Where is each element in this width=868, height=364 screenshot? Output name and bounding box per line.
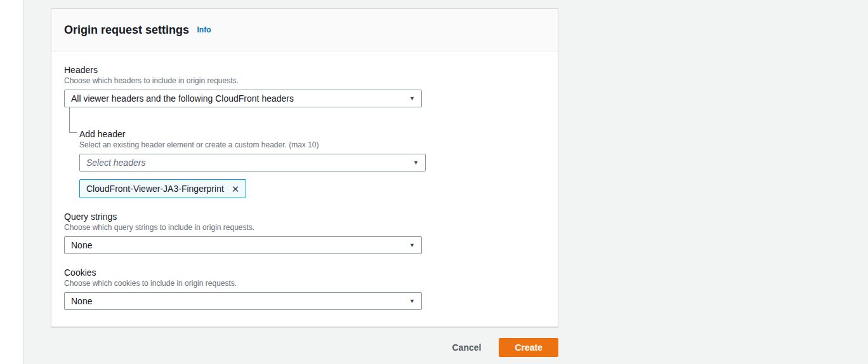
side-nav-panel-edge: [0, 0, 24, 364]
caret-down-icon: ▼: [409, 242, 415, 248]
query-strings-select[interactable]: None ▼: [64, 236, 422, 254]
cookies-select-value: None: [71, 296, 92, 306]
add-header-select-placeholder: Select headers: [86, 158, 145, 168]
headers-field: Headers Choose which headers to include …: [64, 64, 545, 107]
headers-description: Choose which headers to include in origi…: [64, 76, 545, 86]
cookies-description: Choose which cookies to include in origi…: [64, 278, 545, 288]
query-strings-description: Choose which query strings to include in…: [64, 222, 545, 233]
origin-request-settings-card: Origin request settings Info Headers Cho…: [51, 8, 558, 327]
header-token: CloudFront-Viewer-JA3-Fingerprint ✕: [79, 179, 246, 198]
info-link[interactable]: Info: [197, 25, 211, 34]
tree-connector-line: [69, 107, 77, 133]
query-strings-field: Query strings Choose which query strings…: [64, 211, 545, 254]
caret-down-icon: ▼: [409, 298, 415, 304]
add-header-label: Add header: [79, 128, 545, 140]
headers-select-value: All viewer headers and the following Clo…: [71, 93, 294, 104]
cookies-field: Cookies Choose which cookies to include …: [64, 267, 545, 310]
query-strings-select-value: None: [71, 240, 92, 250]
create-button[interactable]: Create: [499, 338, 558, 357]
card-header: Origin request settings Info: [51, 9, 558, 51]
add-header-select[interactable]: Select headers ▼: [79, 154, 426, 172]
cookies-label: Cookies: [64, 267, 545, 278]
headers-label: Headers: [64, 64, 545, 76]
headers-select[interactable]: All viewer headers and the following Clo…: [64, 90, 422, 107]
caret-down-icon: ▼: [409, 95, 415, 102]
caret-down-icon: ▼: [413, 159, 419, 166]
card-body: Headers Choose which headers to include …: [51, 51, 558, 327]
form-actions: Cancel Create: [51, 338, 558, 357]
add-header-field: Add header Select an existing header ele…: [79, 107, 545, 198]
cancel-button[interactable]: Cancel: [439, 339, 494, 356]
cookies-select[interactable]: None ▼: [64, 292, 422, 310]
add-header-description: Select an existing header element or cre…: [79, 140, 545, 150]
header-token-label: CloudFront-Viewer-JA3-Fingerprint: [86, 183, 224, 194]
query-strings-label: Query strings: [64, 211, 545, 222]
token-dismiss-icon[interactable]: ✕: [232, 184, 240, 194]
page-title: Origin request settings: [64, 24, 189, 36]
